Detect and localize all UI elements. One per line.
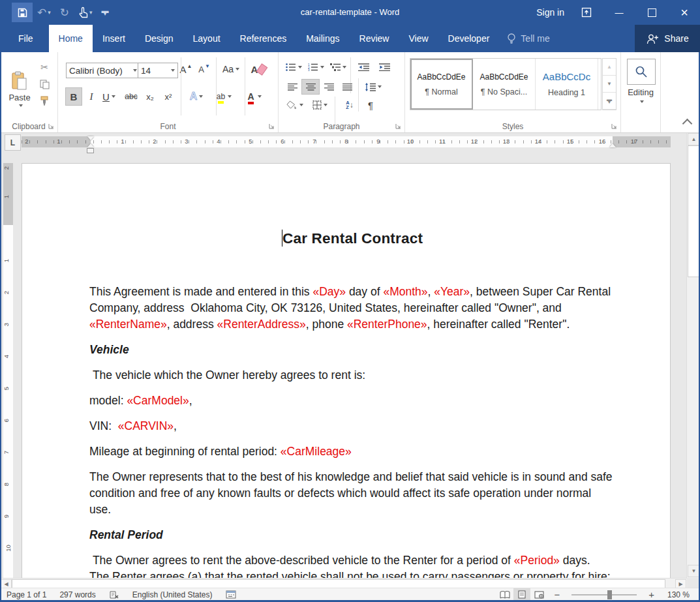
styles-gallery-expand-button[interactable]: ▬▼: [603, 93, 616, 110]
tab-references[interactable]: References: [230, 25, 297, 52]
print-layout-button[interactable]: [513, 588, 530, 601]
paragraph[interactable]: The Owner represents that to the best of…: [89, 469, 615, 518]
touch-mode-button[interactable]: ▾: [74, 3, 97, 22]
superscript-button[interactable]: x²: [160, 88, 177, 105]
editing-find-button[interactable]: [627, 59, 656, 85]
hanging-indent-marker[interactable]: [87, 143, 94, 147]
tab-developer[interactable]: Developer: [438, 25, 500, 52]
vertical-ruler[interactable]: 2112345678910: [3, 163, 13, 578]
font-dialog-launcher[interactable]: [268, 123, 275, 130]
paste-dropdown[interactable]: [19, 104, 23, 107]
paragraph[interactable]: This Agreement is made and entered in th…: [89, 284, 615, 333]
read-mode-button[interactable]: [496, 588, 513, 601]
paragraph[interactable]: VIN: «CARVIN»,: [89, 418, 615, 434]
paragraph[interactable]: Mileage at beginning of rental period: «…: [89, 444, 615, 460]
scroll-left-button[interactable]: ◀: [1, 579, 12, 588]
bullets-button[interactable]: [284, 60, 303, 74]
paragraph[interactable]: The Owner agrees to rent the above-descr…: [89, 552, 615, 578]
zoom-slider[interactable]: [571, 594, 637, 595]
tab-design[interactable]: Design: [135, 25, 183, 52]
font-name-combo[interactable]: Calibri (Body): [66, 63, 140, 78]
language-indicator[interactable]: English (United States): [126, 590, 219, 599]
editing-group-button-label[interactable]: Editing: [621, 87, 660, 97]
paragraph[interactable]: model: «CarModel»,: [89, 393, 615, 409]
right-indent-marker[interactable]: [609, 143, 616, 147]
style-card-heading-1[interactable]: AaBbCcDcHeading 1: [536, 59, 598, 110]
section-heading-vehicle[interactable]: Vehicle: [89, 342, 615, 358]
styles-scroll-up-button[interactable]: ▲: [603, 59, 616, 76]
shrink-font-button[interactable]: A▼: [196, 61, 212, 77]
text-effects-button[interactable]: A: [185, 88, 208, 105]
ribbon-display-options-button[interactable]: [571, 0, 602, 25]
first-line-indent-marker[interactable]: [87, 136, 94, 140]
font-color-button[interactable]: A: [241, 88, 267, 105]
styles-scroll-down-button[interactable]: ▼: [603, 76, 616, 93]
cut-button[interactable]: ✂: [37, 60, 52, 74]
left-indent-marker[interactable]: [87, 148, 94, 153]
zoom-out-button[interactable]: −: [547, 589, 566, 600]
document-page[interactable]: Car Rental ContractThis Agreement is mad…: [22, 163, 671, 578]
shading-button[interactable]: [284, 98, 306, 112]
text-highlight-button[interactable]: ab: [211, 88, 237, 105]
font-size-combo[interactable]: 14: [138, 63, 178, 78]
tab-file[interactable]: File: [3, 25, 49, 52]
borders-button[interactable]: [309, 98, 331, 112]
decrease-indent-button[interactable]: [354, 60, 373, 74]
line-spacing-button[interactable]: [362, 80, 384, 94]
scroll-right-button[interactable]: ▶: [675, 579, 686, 588]
style-card-normal[interactable]: AaBbCcDdEe¶ Normal: [410, 59, 473, 110]
copy-button[interactable]: [37, 77, 52, 91]
align-left-button[interactable]: [284, 80, 301, 94]
zoom-level[interactable]: 130 %: [661, 590, 700, 599]
align-right-button[interactable]: [320, 80, 337, 94]
close-button[interactable]: ×: [669, 0, 700, 25]
clear-formatting-button[interactable]: A: [249, 61, 268, 77]
tab-stop-selector[interactable]: L: [5, 134, 21, 151]
tab-home[interactable]: Home: [49, 25, 93, 52]
format-painter-button[interactable]: [37, 94, 52, 108]
tell-me-box[interactable]: Tell me: [499, 25, 557, 52]
horizontal-scrollbar[interactable]: ◀ ▶: [0, 578, 687, 588]
styles-dialog-launcher[interactable]: [611, 123, 618, 130]
editing-dropdown[interactable]: [621, 100, 660, 103]
zoom-in-button[interactable]: +: [642, 589, 661, 600]
share-button[interactable]: Share: [635, 25, 700, 52]
paragraph[interactable]: The vehicle which the Owner hereby agree…: [89, 367, 615, 384]
customize-qat-button[interactable]: ▬▾: [97, 3, 114, 22]
style-card-no-spaci[interactable]: AaBbCcDdEe¶ No Spaci...: [473, 59, 536, 110]
align-center-button[interactable]: [302, 80, 319, 94]
proofing-status[interactable]: [102, 590, 126, 599]
macro-recording-button[interactable]: [219, 590, 243, 599]
tab-mailings[interactable]: Mailings: [296, 25, 349, 52]
numbering-button[interactable]: 123: [306, 60, 326, 74]
increase-indent-button[interactable]: [375, 60, 393, 74]
maximize-button[interactable]: [636, 0, 667, 25]
web-layout-button[interactable]: [530, 588, 547, 601]
justify-button[interactable]: [339, 80, 356, 94]
bold-button[interactable]: B: [66, 88, 82, 105]
horizontal-scroll-thumb[interactable]: [12, 579, 665, 588]
page-indicator[interactable]: Page 1 of 1: [0, 590, 53, 599]
tab-view[interactable]: View: [399, 25, 438, 52]
minimize-button[interactable]: —: [603, 0, 635, 25]
undo-button[interactable]: ↶▾: [33, 3, 55, 22]
touch-mode-dropdown[interactable]: ▾: [89, 9, 93, 16]
clipboard-dialog-launcher[interactable]: [48, 123, 55, 130]
document-title[interactable]: Car Rental Contract: [89, 229, 615, 248]
tab-insert[interactable]: Insert: [93, 25, 135, 52]
paste-button[interactable]: Paste: [5, 60, 34, 117]
multilevel-list-button[interactable]: [328, 60, 348, 74]
horizontal-ruler[interactable]: 211234567891011121314151617: [22, 136, 671, 147]
redo-button[interactable]: ↻: [55, 3, 74, 22]
underline-button[interactable]: U: [99, 88, 119, 105]
tab-layout[interactable]: Layout: [183, 25, 230, 52]
undo-dropdown[interactable]: ▾: [48, 9, 51, 16]
sign-in-link[interactable]: Sign in: [536, 0, 564, 25]
word-count[interactable]: 297 words: [53, 590, 102, 599]
paragraph-dialog-launcher[interactable]: [395, 123, 402, 130]
sort-button[interactable]: AZ ↓: [340, 98, 359, 112]
save-button[interactable]: [12, 3, 33, 22]
vertical-scrollbar[interactable]: ▲ ▼: [686, 132, 700, 578]
collapse-ribbon-button[interactable]: [684, 117, 691, 127]
zoom-slider-handle[interactable]: [607, 590, 612, 599]
